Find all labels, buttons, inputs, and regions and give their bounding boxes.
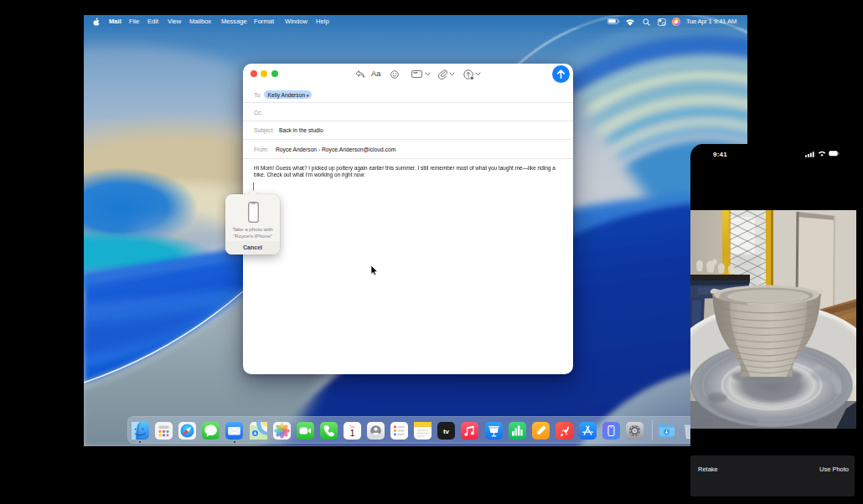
svg-text:1: 1 bbox=[350, 429, 355, 438]
svg-text:tv: tv bbox=[443, 428, 450, 435]
